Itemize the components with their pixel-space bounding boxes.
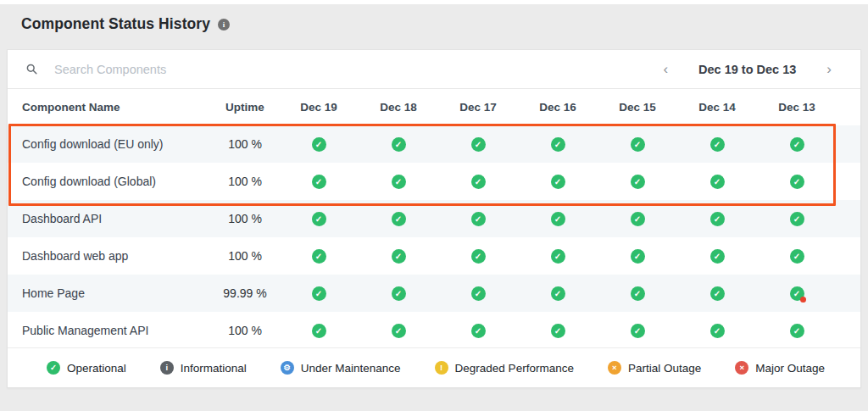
legend-label: Operational xyxy=(67,362,126,375)
status-cell: ✓ xyxy=(598,286,677,301)
check-circle-icon[interactable]: ✓ xyxy=(710,286,725,301)
status-cell: ✓ xyxy=(518,324,598,338)
info-icon[interactable]: i xyxy=(218,19,230,31)
check-circle-icon[interactable]: ✓ xyxy=(471,286,486,301)
legend-item: ⚙Under Maintenance xyxy=(281,361,401,375)
component-name: Dashboard web app xyxy=(8,249,211,263)
exclamation-circle-icon: ! xyxy=(435,361,448,375)
check-circle-icon[interactable]: ✓ xyxy=(551,175,565,189)
check-circle-icon[interactable]: ✓ xyxy=(392,286,406,301)
status-cell: ✓ xyxy=(279,324,359,338)
uptime-value: 100 % xyxy=(211,137,279,151)
status-cell: ✓ xyxy=(757,137,837,152)
check-circle-icon[interactable]: ✓ xyxy=(392,175,406,189)
check-circle-icon[interactable]: ✓ xyxy=(392,249,406,264)
check-circle-icon[interactable]: ✓ xyxy=(631,137,645,152)
status-cell: ✓ xyxy=(438,212,518,226)
info-circle-icon: i xyxy=(160,361,174,375)
check-circle-icon[interactable]: ✓ xyxy=(631,286,645,301)
check-circle-icon[interactable]: ✓ xyxy=(631,175,645,189)
check-circle-icon[interactable]: ✓ xyxy=(551,286,565,301)
legend-label: Under Maintenance xyxy=(301,362,401,375)
table-header-row: Component NameUptimeDec 19Dec 18Dec 17De… xyxy=(8,89,860,125)
check-circle-icon[interactable]: ✓ xyxy=(392,324,406,338)
table-row: Dashboard API100 %✓✓✓✓✓✓✓ xyxy=(8,200,860,237)
check-circle-icon[interactable]: ✓ xyxy=(312,286,326,301)
check-circle-icon[interactable]: ✓ xyxy=(392,212,406,226)
check-circle-icon[interactable]: ✓ xyxy=(790,212,804,226)
check-circle-icon[interactable]: ✓ xyxy=(790,249,804,264)
status-history-card: ‹ Dec 19 to Dec 13 › Component NameUptim… xyxy=(7,49,861,388)
check-circle-icon[interactable]: ✓ xyxy=(471,175,486,189)
check-circle-icon[interactable]: ✓ xyxy=(631,249,645,264)
check-circle-icon[interactable]: ✓ xyxy=(790,286,804,301)
check-circle-icon[interactable]: ✓ xyxy=(631,212,645,226)
component-name: Config download (Global) xyxy=(8,175,211,188)
top-strip xyxy=(0,0,868,4)
status-cell: ✓ xyxy=(757,175,837,189)
column-header: Dec 19 xyxy=(279,101,359,114)
check-circle-icon[interactable]: ✓ xyxy=(710,249,725,264)
page-title: Component Status History xyxy=(21,15,210,33)
status-cell: ✓ xyxy=(518,137,598,152)
status-legend: ✓OperationaliInformational⚙Under Mainten… xyxy=(8,347,860,387)
prev-date-range-button[interactable]: ‹ xyxy=(658,60,673,78)
legend-item: ×Partial Outage xyxy=(608,361,701,375)
check-circle-icon[interactable]: ✓ xyxy=(392,137,406,152)
date-range-label: Dec 19 to Dec 13 xyxy=(698,63,796,76)
component-name: Home Page xyxy=(8,286,211,300)
component-name: Config download (EU only) xyxy=(8,137,211,151)
x-circle-icon: × xyxy=(735,361,748,375)
check-circle-icon[interactable]: ✓ xyxy=(551,249,565,264)
check-circle-icon[interactable]: ✓ xyxy=(710,212,725,226)
legend-label: Degraded Performance xyxy=(455,362,574,375)
check-circle-icon[interactable]: ✓ xyxy=(471,249,486,264)
column-header: Dec 16 xyxy=(518,101,598,114)
status-cell: ✓ xyxy=(518,249,598,264)
status-cell: ✓ xyxy=(359,175,438,189)
check-circle-icon[interactable]: ✓ xyxy=(790,137,804,152)
check-circle-icon[interactable]: ✓ xyxy=(710,324,725,338)
status-cell: ✓ xyxy=(279,249,359,264)
check-circle-icon[interactable]: ✓ xyxy=(312,249,326,264)
check-circle-icon[interactable]: ✓ xyxy=(790,324,804,338)
check-circle-icon[interactable]: ✓ xyxy=(551,137,565,152)
check-circle-icon[interactable]: ✓ xyxy=(551,212,565,226)
legend-item: !Degraded Performance xyxy=(435,361,574,375)
check-circle-icon: ✓ xyxy=(47,361,60,375)
status-cell: ✓ xyxy=(677,249,757,264)
status-cell: ✓ xyxy=(677,212,757,226)
check-circle-icon[interactable]: ✓ xyxy=(312,137,326,152)
status-cell: ✓ xyxy=(677,286,757,301)
search-icon xyxy=(25,63,38,75)
status-cell: ✓ xyxy=(359,249,438,264)
legend-label: Major Outage xyxy=(755,362,825,375)
status-cell: ✓ xyxy=(677,137,757,152)
check-circle-icon[interactable]: ✓ xyxy=(710,137,725,152)
check-circle-icon[interactable]: ✓ xyxy=(312,212,326,226)
status-cell: ✓ xyxy=(279,212,359,226)
check-circle-icon[interactable]: ✓ xyxy=(790,175,804,189)
status-cell: ✓ xyxy=(598,212,677,226)
search-input[interactable] xyxy=(53,62,658,77)
table-row: Config download (Global)100 %✓✓✓✓✓✓✓ xyxy=(8,163,860,200)
status-cell: ✓ xyxy=(757,324,837,338)
check-circle-icon[interactable]: ✓ xyxy=(312,324,326,338)
check-circle-icon[interactable]: ✓ xyxy=(710,175,725,189)
status-cell: ✓ xyxy=(438,286,518,301)
check-circle-icon[interactable]: ✓ xyxy=(471,212,486,226)
status-cell: ✓ xyxy=(598,249,677,264)
check-circle-icon[interactable]: ✓ xyxy=(471,137,486,152)
toolbar: ‹ Dec 19 to Dec 13 › xyxy=(8,50,860,89)
next-date-range-button[interactable]: › xyxy=(821,60,837,78)
status-cell: ✓ xyxy=(677,324,757,338)
status-cell: ✓ xyxy=(677,175,757,189)
column-header: Component Name xyxy=(8,101,211,114)
component-name: Dashboard API xyxy=(8,212,211,225)
status-cell: ✓ xyxy=(279,286,359,301)
check-circle-icon[interactable]: ✓ xyxy=(631,324,645,338)
check-circle-icon[interactable]: ✓ xyxy=(312,175,326,189)
check-circle-icon[interactable]: ✓ xyxy=(471,324,486,338)
check-circle-icon[interactable]: ✓ xyxy=(551,324,565,338)
status-cell: ✓ xyxy=(279,137,359,152)
